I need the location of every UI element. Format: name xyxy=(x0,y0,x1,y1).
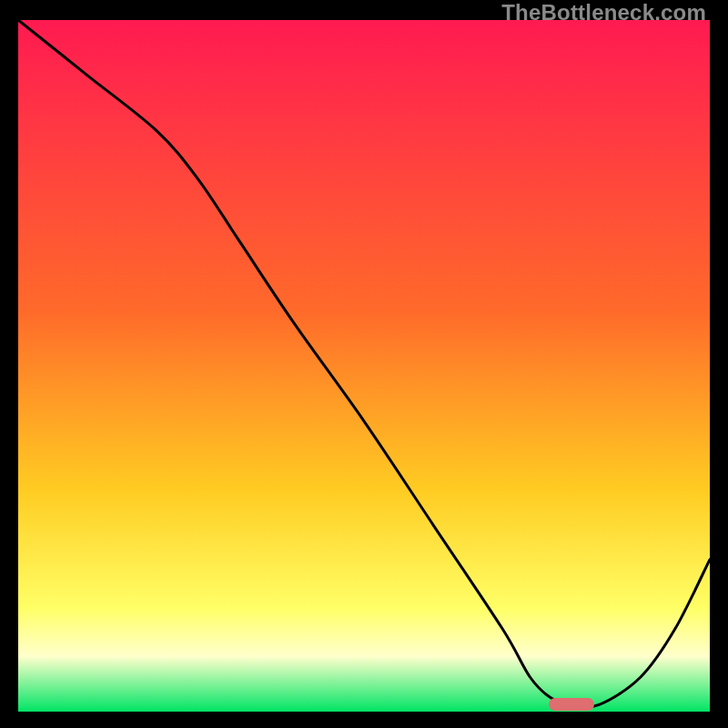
chart-frame xyxy=(18,20,710,712)
bottleneck-curve xyxy=(18,20,710,712)
optimal-point-marker xyxy=(549,698,594,711)
